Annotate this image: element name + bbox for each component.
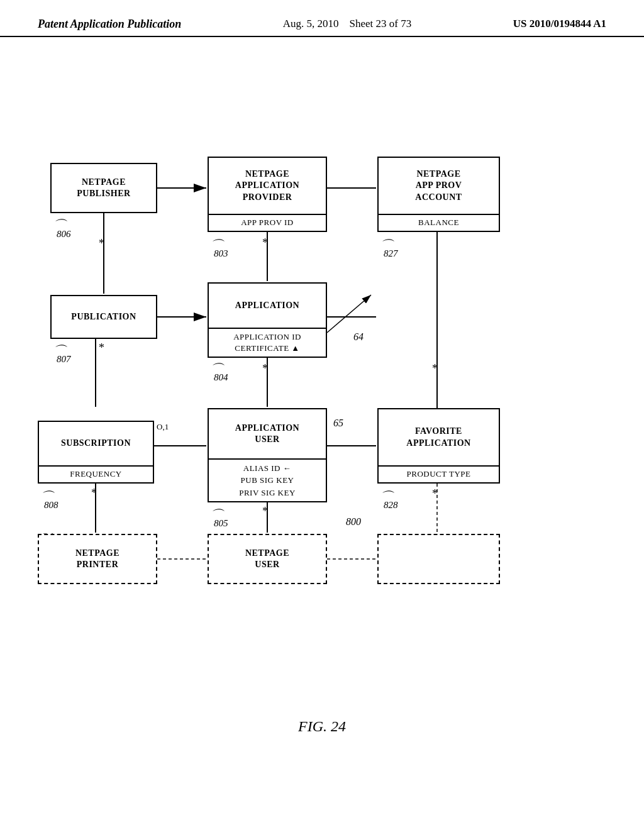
ref-805-num: 805 — [214, 518, 228, 529]
ref-65: 65 — [333, 418, 343, 429]
ref-803-num: 803 — [214, 248, 228, 259]
asterisk-publisher: * — [99, 237, 104, 250]
box-alias-keys: ALIAS ID ←PUB SIG KEYPRIV SIG KEY — [209, 458, 326, 502]
publication-title: Patent Application Publication — [38, 18, 181, 31]
ref-800: 800 — [346, 516, 361, 528]
asterisk-publication: * — [99, 341, 104, 355]
box-netpage-user: NETPAGEUSER — [208, 534, 327, 584]
asterisk-fav-right: * — [432, 362, 438, 375]
asterisk-subscription: * — [91, 487, 97, 500]
box-app-id-cert: APPLICATION IDCERTIFICATE ▲ — [209, 328, 326, 357]
ref-828-num: 828 — [384, 500, 398, 511]
svg-line-6 — [327, 295, 371, 333]
box-application-user: APPLICATIONUSER ALIAS ID ←PUB SIG KEYPRI… — [208, 408, 327, 502]
figure-caption: FIG. 24 — [298, 718, 346, 735]
box-favorite-application: FAVORITEAPPLICATION PRODUCT TYPE — [377, 408, 500, 484]
box-freq-sub: FREQUENCY — [39, 465, 153, 482]
ref-806-num: 806 — [57, 229, 71, 240]
asterisk-app-user: * — [262, 505, 268, 518]
box-app-prov-sub: APP PROV ID — [209, 214, 326, 231]
ref-827-num: 827 — [384, 248, 398, 259]
label-01-subscription: O,1 — [157, 422, 169, 432]
diagram-area: NETPAGEPUBLISHER ⌒ 806 NETPAGEAPPLICATIO… — [0, 50, 644, 773]
ref-807-num: 807 — [57, 354, 71, 365]
box-dashed-right — [377, 534, 500, 584]
ref-808-num: 808 — [44, 500, 58, 511]
box-netpage-printer: NETPAGEPRINTER — [38, 534, 157, 584]
box-netpage-app-provider: NETPAGEAPPLICATIONPROVIDER APP PROV ID — [208, 157, 327, 232]
ref-804-num: 804 — [214, 372, 228, 383]
box-publication: PUBLICATION — [50, 295, 157, 339]
box-product-type: PRODUCT TYPE — [379, 465, 499, 482]
box-balance-sub: BALANCE — [379, 214, 499, 231]
box-subscription: SUBSCRIPTION FREQUENCY — [38, 421, 154, 484]
patent-number: US 2010/0194844 A1 — [513, 18, 606, 30]
asterisk-application: * — [262, 362, 268, 375]
ref-64: 64 — [353, 331, 364, 343]
box-application: APPLICATION APPLICATION IDCERTIFICATE ▲ — [208, 282, 327, 358]
header-date-sheet: Aug. 5, 2010 Sheet 23 of 73 — [283, 18, 411, 30]
asterisk-app-provider: * — [262, 236, 268, 250]
box-netpage-app-prov-account: NETPAGEAPP PROVACCOUNT BALANCE — [377, 157, 500, 232]
asterisk-fav-app: * — [432, 487, 438, 501]
box-netpage-publisher: NETPAGEPUBLISHER — [50, 163, 157, 213]
page-header: Patent Application Publication Aug. 5, 2… — [0, 0, 644, 37]
